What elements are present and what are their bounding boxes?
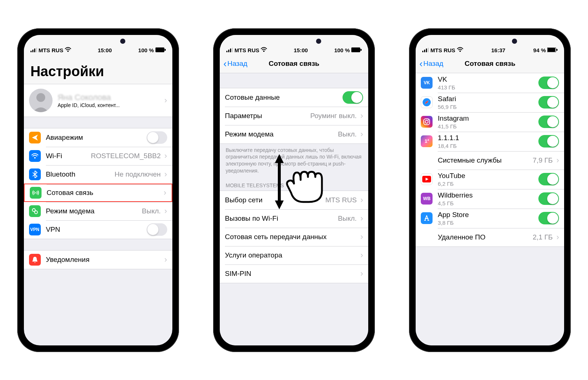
app-data-row[interactable]: WBWildberries4,5 ГБ — [416, 189, 564, 209]
back-button[interactable]: ‹ Назад — [419, 59, 443, 68]
app-toggle[interactable] — [538, 212, 559, 224]
app-toggle[interactable] — [538, 192, 559, 205]
svg-rect-2 — [34, 49, 35, 52]
svg-point-8 — [34, 157, 36, 159]
app-data-row[interactable]: YouTube6,2 ГБ — [416, 170, 564, 189]
app-toggle[interactable] — [538, 96, 559, 109]
svg-rect-24 — [426, 49, 427, 52]
svg-point-26 — [459, 50, 461, 52]
cellular-data-network-row[interactable]: Сотовая сеть передачи данных › — [220, 228, 368, 246]
app-icon: VK — [421, 77, 433, 89]
chevron-icon: › — [361, 232, 363, 242]
app-toggle[interactable] — [538, 173, 559, 185]
app-data-row[interactable]: Safari56,9 ГБ — [416, 93, 564, 112]
chevron-icon: › — [164, 170, 167, 179]
row-label: Уведомления — [46, 256, 90, 264]
app-name: App Store — [438, 211, 469, 219]
svg-point-11 — [35, 211, 37, 214]
app-size: 3,8 ГБ — [438, 220, 469, 226]
profile-row[interactable]: Яна Соколова Apple ID, iCloud, контент..… — [24, 84, 172, 117]
row-label: Режим модема — [225, 130, 273, 138]
chevron-icon: › — [164, 255, 167, 264]
carrier-label: MTS RUS — [430, 47, 455, 53]
chevron-icon: › — [361, 251, 363, 260]
app-size: 413 ГБ — [438, 84, 455, 90]
cellular-icon — [30, 187, 42, 199]
signal-icon — [31, 47, 37, 53]
options-row[interactable]: Параметры Роуминг выкл. › — [220, 107, 368, 125]
svg-rect-29 — [556, 49, 557, 51]
hotspot-icon — [29, 205, 41, 217]
cellular-data-toggle[interactable] — [343, 91, 363, 104]
app-data-row[interactable]: App Store3,8 ГБ — [416, 209, 564, 228]
carrier-label: MTS RUS — [39, 47, 64, 53]
chevron-icon: › — [164, 96, 167, 105]
bluetooth-row[interactable]: Bluetooth Не подключен › — [24, 165, 172, 184]
battery-icon — [547, 47, 557, 53]
vpn-toggle[interactable] — [147, 223, 167, 236]
chevron-icon: › — [361, 129, 363, 139]
app-data-row[interactable]: Instagram41,5 ГБ — [416, 112, 564, 132]
app-data-row[interactable]: VKVK413 ГБ — [416, 73, 564, 93]
app-size: 18,4 ГБ — [438, 143, 459, 149]
app-icon — [421, 116, 433, 128]
row-label: Сотовые данные — [225, 93, 280, 102]
status-bar: MTS RUS 15:00 100 % — [220, 35, 368, 55]
app-size: 6,2 ГБ — [438, 181, 465, 187]
app-toggle[interactable] — [538, 77, 559, 89]
cellular-row[interactable]: Сотовая связь › — [24, 184, 172, 202]
airplane-icon — [29, 132, 41, 143]
row-value: Выкл. — [142, 207, 161, 215]
wifi-calling-row[interactable]: Вызовы по Wi-Fi Выкл. › — [220, 209, 368, 228]
row-label: Удаленное ПО — [438, 233, 485, 241]
svg-rect-0 — [31, 51, 32, 52]
svg-rect-5 — [155, 47, 164, 52]
sim-pin-row[interactable]: SIM-PIN › — [220, 264, 368, 283]
svg-rect-12 — [226, 51, 227, 52]
airplane-row[interactable]: Авиарежим — [24, 128, 172, 147]
status-bar: MTS RUS 15:00 100 % — [24, 35, 172, 55]
signal-icon — [422, 47, 429, 53]
back-button[interactable]: ‹ Назад — [223, 59, 247, 68]
svg-rect-14 — [230, 49, 231, 52]
back-label: Назад — [227, 60, 247, 68]
row-value: MTS RUS — [325, 196, 357, 204]
svg-rect-23 — [424, 50, 425, 52]
row-value: ROSTELECOM_5BB2 — [91, 152, 161, 160]
svg-rect-28 — [548, 48, 555, 52]
app-toggle[interactable] — [538, 116, 559, 128]
app-data-row[interactable]: 141.1.1.118,4 ГБ — [416, 132, 564, 151]
row-label: Выбор сети — [225, 196, 262, 204]
chevron-icon: › — [361, 195, 363, 205]
row-label: Wi-Fi — [46, 152, 62, 160]
wifi-icon — [261, 47, 267, 53]
battery-label: 100 % — [138, 47, 154, 53]
app-toggle[interactable] — [538, 135, 559, 148]
nav-bar: ‹ Назад Сотовая связь — [220, 55, 368, 73]
row-value: Выкл. — [338, 130, 356, 138]
svg-point-7 — [36, 93, 45, 102]
svg-point-4 — [67, 50, 69, 52]
svg-rect-22 — [422, 51, 423, 52]
row-label: Параметры — [225, 112, 262, 120]
row-label: Режим модема — [46, 207, 94, 215]
hotspot-row[interactable]: Режим модема Выкл. › — [24, 202, 172, 220]
carrier-label: MTS RUS — [234, 47, 259, 53]
row-value: Не подключен — [115, 170, 161, 178]
cellular-data-row[interactable]: Сотовые данные — [220, 88, 368, 107]
hotspot-row[interactable]: Режим модема Выкл. › — [220, 125, 368, 143]
airplane-toggle[interactable] — [147, 131, 167, 144]
row-label: SIM-PIN — [225, 270, 251, 278]
row-label: VPN — [46, 225, 60, 234]
app-name: Instagram — [438, 114, 469, 122]
time-label: 15:00 — [98, 47, 112, 53]
vpn-row[interactable]: VPN VPN — [24, 220, 172, 239]
carrier-services-row[interactable]: Услуги оператора › — [220, 246, 368, 264]
removed-software-row[interactable]: Удаленное ПО2,1 ГБ› — [416, 228, 564, 246]
notifications-row[interactable]: Уведомления › — [24, 251, 172, 269]
system-services-row[interactable]: Системные службы7,9 ГБ› — [416, 151, 564, 170]
chevron-icon: › — [361, 269, 363, 278]
network-select-row[interactable]: Выбор сети MTS RUS › — [220, 191, 368, 209]
wifi-row[interactable]: Wi-Fi ROSTELECOM_5BB2 › — [24, 147, 172, 165]
app-icon: WB — [421, 193, 433, 205]
